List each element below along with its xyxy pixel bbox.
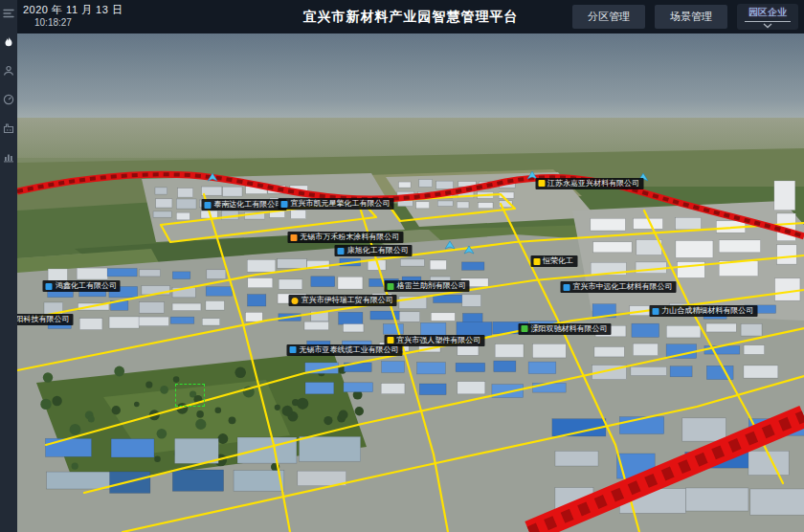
map-label-text: 庆阳科技有限公司 [17, 316, 70, 323]
app-window: 2020 年 11 月 13 日 10:18:27 宜兴市新材料产业园智慧管理平… [0, 0, 804, 532]
map-label-text: 鸿鑫化工有限公司 [56, 282, 117, 290]
factory-marker-icon [522, 325, 528, 332]
selection-box [175, 384, 204, 407]
map-label[interactable]: 力山合成精细材料有限公司 [649, 305, 757, 317]
map-label-text: 泰南达化工有限公司 [213, 201, 282, 209]
user-icon [3, 65, 14, 77]
factory-marker-icon [338, 248, 345, 255]
map-label-text: 无锡市万禾粉末涂料有限公司 [300, 233, 399, 241]
sidebar-item-user[interactable] [2, 64, 15, 78]
map-label[interactable]: 泰南达化工有限公司 [201, 199, 286, 211]
sidebar-item-menu[interactable] [2, 7, 15, 20]
sidebar [0, 0, 17, 532]
map-label[interactable]: 恒荣化工 [530, 255, 577, 267]
factory-marker-icon [204, 202, 211, 209]
dropdown-label: 园区企业 [745, 6, 791, 22]
zone-management-button[interactable]: 分区管理 [572, 5, 645, 29]
map-label-text: 宜兴市强人塑件有限公司 [396, 337, 480, 344]
current-date: 2020 年 11 月 13 日 [23, 4, 123, 17]
factory-marker-icon [533, 258, 540, 265]
factory-icon [3, 122, 14, 134]
map-label-text: 宜兴市凯元星擎化工有限公司 [290, 200, 390, 208]
map-label-text: 宜兴市中远化工材料有限公司 [573, 283, 673, 291]
map-label-text: 无锡市亚泰线缆工业有限公司 [299, 346, 398, 354]
map-viewport[interactable]: 泰南达化工有限公司宜兴市凯元星擎化工有限公司无锡市万禾粉末涂料有限公司康旭化工有… [17, 33, 804, 532]
factory-marker-icon [388, 283, 394, 290]
datetime-block: 2020 年 11 月 13 日 10:18:27 [23, 4, 123, 29]
map-label[interactable]: 宜兴市中远化工材料有限公司 [561, 281, 677, 293]
gauge-icon [3, 94, 14, 105]
flame-icon [3, 36, 14, 48]
sidebar-item-factory[interactable] [2, 122, 15, 135]
main-column: 2020 年 11 月 13 日 10:18:27 宜兴市新材料产业园智慧管理平… [17, 0, 804, 532]
top-header: 2020 年 11 月 13 日 10:18:27 宜兴市新材料产业园智慧管理平… [17, 0, 804, 33]
factory-marker-icon [290, 234, 297, 241]
map-label[interactable]: 鸿鑫化工有限公司 [43, 280, 121, 292]
factory-marker-icon [564, 284, 570, 291]
map-label-text: 力山合成精细材料有限公司 [661, 307, 753, 315]
factory-marker-icon [46, 283, 53, 290]
sidebar-item-stats[interactable] [2, 150, 15, 164]
factory-marker-icon [289, 346, 296, 353]
badge-marker-icon [292, 298, 299, 304]
factory-marker-icon [280, 201, 287, 208]
bar-chart-icon [3, 151, 14, 163]
factory-marker-icon [387, 337, 393, 344]
map-label-text: 江苏永嘉亚兴材料有限公司 [547, 180, 639, 188]
chevron-down-icon [763, 23, 772, 29]
map-label-text: 宜兴市伊特瑞工贸有限公司 [302, 297, 393, 304]
map-label[interactable]: 宜兴市凯元星擎化工有限公司 [278, 198, 393, 210]
scene-management-button[interactable]: 场景管理 [655, 5, 727, 29]
map-label[interactable]: 江苏永嘉亚兴材料有限公司 [535, 178, 643, 189]
map-label[interactable]: 宜兴市伊特瑞工贸有限公司 [289, 295, 397, 306]
map-label[interactable]: 康旭化工有限公司 [335, 245, 413, 256]
map-labels-layer: 泰南达化工有限公司宜兴市凯元星擎化工有限公司无锡市万禾粉末涂料有限公司康旭化工有… [17, 33, 804, 532]
logo-marker-icon [652, 308, 659, 315]
map-label-text: 格雷兰助剂有限公司 [397, 282, 466, 290]
sidebar-item-fire[interactable] [2, 35, 15, 49]
sidebar-item-gauge[interactable] [2, 93, 15, 106]
map-label-text: 康旭化工有限公司 [347, 247, 409, 255]
park-enterprise-dropdown[interactable]: 园区企业 [737, 4, 798, 30]
map-label[interactable]: 无锡市万禾粉末涂料有限公司 [287, 232, 403, 243]
menu-icon [3, 8, 14, 19]
map-label[interactable]: 格雷兰助剂有限公司 [385, 280, 470, 292]
map-label-text: 溧阳双驰材料有限公司 [531, 325, 608, 333]
map-label[interactable]: 溧阳双驰材料有限公司 [519, 323, 612, 335]
current-time: 10:18:27 [23, 17, 123, 30]
map-label-text: 恒荣化工 [543, 257, 573, 265]
header-actions: 分区管理 场景管理 园区企业 [572, 4, 798, 30]
factory-marker-icon [538, 180, 545, 187]
map-label[interactable]: 庆阳科技有限公司 [17, 314, 74, 325]
map-label[interactable]: 无锡市亚泰线缆工业有限公司 [286, 344, 402, 356]
page-title: 宜兴市新材料产业园智慧管理平台 [303, 9, 519, 26]
